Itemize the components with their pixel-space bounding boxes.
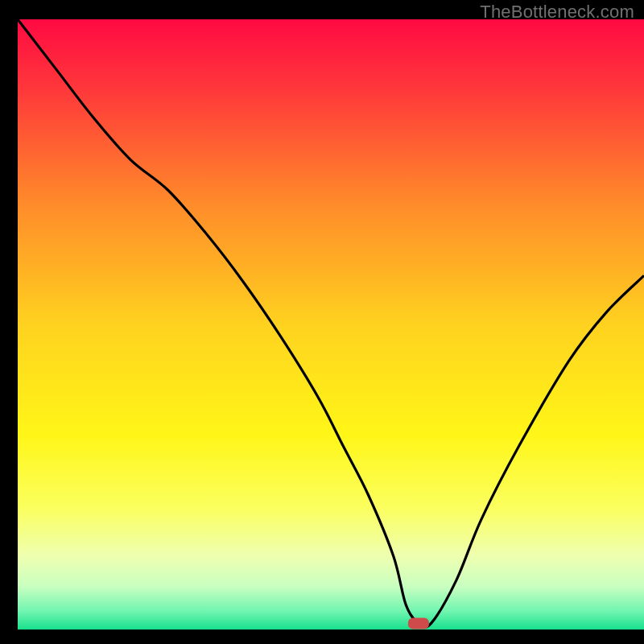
optimal-marker <box>408 617 429 629</box>
chart-container: TheBottleneck.com <box>0 0 644 644</box>
plot-background <box>18 19 644 630</box>
watermark-text: TheBottleneck.com <box>480 2 634 23</box>
bottleneck-chart <box>0 0 644 644</box>
